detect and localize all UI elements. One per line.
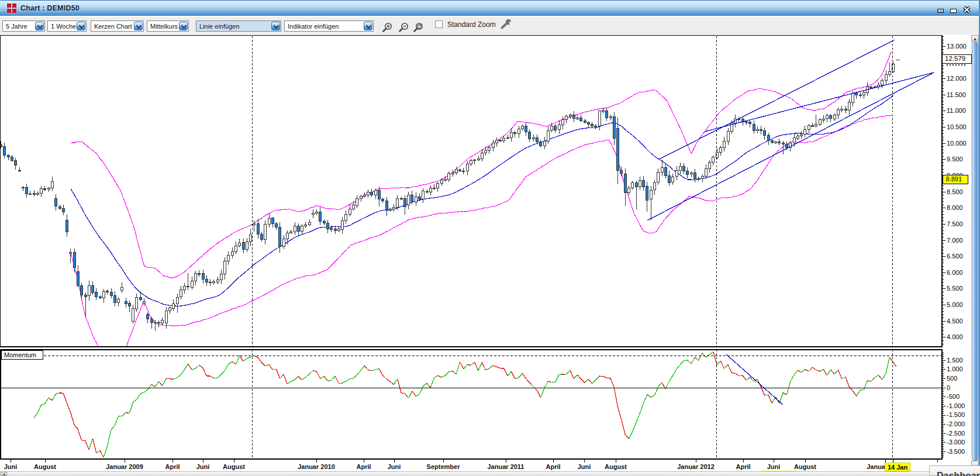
momentum-panel-label: Momentum xyxy=(1,350,43,360)
trendline-support-long[interactable] xyxy=(647,73,934,220)
main-pane xyxy=(0,40,934,357)
date-axis-label: August xyxy=(223,463,245,470)
dashboard-label: Dashboard xyxy=(937,471,980,476)
momentum-axis-label: -1.500 xyxy=(947,411,965,418)
date-axis-label: Juni xyxy=(578,463,591,470)
price-axis-label: 4.000 xyxy=(947,333,963,340)
current-price-box: 12.579 xyxy=(942,54,972,64)
horizontal-scrollbar[interactable] xyxy=(0,471,980,476)
left-arrow-icon: ◄ xyxy=(2,472,6,476)
main-pane-border xyxy=(1,36,943,347)
candle-wicks xyxy=(1,61,893,331)
momentum-axis-label: 1.000 xyxy=(947,365,963,372)
momentum-axis-label: -3.500 xyxy=(947,448,965,455)
date-axis-label: August xyxy=(605,463,627,470)
date-axis-label: Januar 2012 xyxy=(677,463,715,470)
date-axis-label: Juni xyxy=(4,463,18,470)
date-axis-label: Juni xyxy=(388,463,401,470)
price-axis-label: 11.500 xyxy=(947,91,966,98)
price-axis-label: 5.000 xyxy=(947,301,963,308)
candles-layer xyxy=(0,61,895,331)
date-axis-label: August xyxy=(794,463,816,470)
momentum-axis-label: 0 xyxy=(947,384,950,391)
date-axis-label: Januar 2011 xyxy=(488,463,524,470)
price-axis-label: 4.500 xyxy=(947,318,963,325)
momentum-axis-label: 1.500 xyxy=(947,357,963,364)
momentum-axis-label: -2.500 xyxy=(947,430,965,437)
date-axis-label: September xyxy=(427,463,460,470)
date-axis-label: April xyxy=(736,463,750,470)
scroll-left-arrow[interactable]: ◄ xyxy=(1,472,7,476)
momentum-axis-label: -1.000 xyxy=(947,402,965,409)
momentum-axis-label: -500 xyxy=(947,393,960,400)
price-axis-ticks xyxy=(942,37,946,344)
chart-canvas[interactable] xyxy=(0,0,980,476)
price-axis-label: 6.500 xyxy=(947,253,963,260)
band-lower xyxy=(71,115,892,357)
band-upper xyxy=(71,51,892,278)
date-axis-label: April xyxy=(165,463,180,470)
price-axis-label: 13.000 xyxy=(947,43,967,50)
momentum-axis-label: -2.000 xyxy=(947,420,965,427)
momentum-axis-label: 500 xyxy=(947,375,957,382)
vertical-scrollbar-thumb[interactable] xyxy=(972,42,979,461)
price-axis-label: 8.500 xyxy=(947,188,963,195)
price-axis-label: 7.000 xyxy=(947,237,963,244)
price-axis-label: 5.500 xyxy=(947,285,963,292)
up-arrow-icon: ▲ xyxy=(973,37,977,41)
date-axis-label: Januar 2009 xyxy=(106,463,143,470)
momentum-pane-border xyxy=(1,350,943,459)
date-axis-label: August xyxy=(34,463,56,470)
momentum-trendline[interactable] xyxy=(726,354,783,405)
covered-price-label-fragment xyxy=(947,64,967,65)
momentum-axis-label: -3.000 xyxy=(947,439,965,446)
price-axis-label: 10.000 xyxy=(947,140,967,147)
date-axis-label: Juni xyxy=(767,463,781,470)
price-axis-label: 8.000 xyxy=(947,204,963,211)
price-axis-label: 10.500 xyxy=(947,123,967,130)
price-axis-label: 11.000 xyxy=(947,107,966,114)
momentum-pane xyxy=(34,352,896,458)
price-axis-label: 12.000 xyxy=(947,75,967,82)
scroll-up-arrow[interactable]: ▲ xyxy=(971,35,979,42)
dashboard-button[interactable]: Dashboard xyxy=(929,465,980,476)
date-axis-label: Juni xyxy=(196,463,210,470)
price-axis-label: 9.500 xyxy=(947,156,963,163)
price-axis-label: 7.500 xyxy=(947,220,963,227)
date-axis-label: April xyxy=(546,463,560,470)
alert-price-box: 8.891 xyxy=(943,175,968,184)
price-axis-label: 6.000 xyxy=(947,269,963,276)
date-axis-label: April xyxy=(356,463,371,470)
selected-date-highlight: 14 Jan xyxy=(885,463,910,471)
date-axis-label: Januar 2010 xyxy=(298,463,335,470)
